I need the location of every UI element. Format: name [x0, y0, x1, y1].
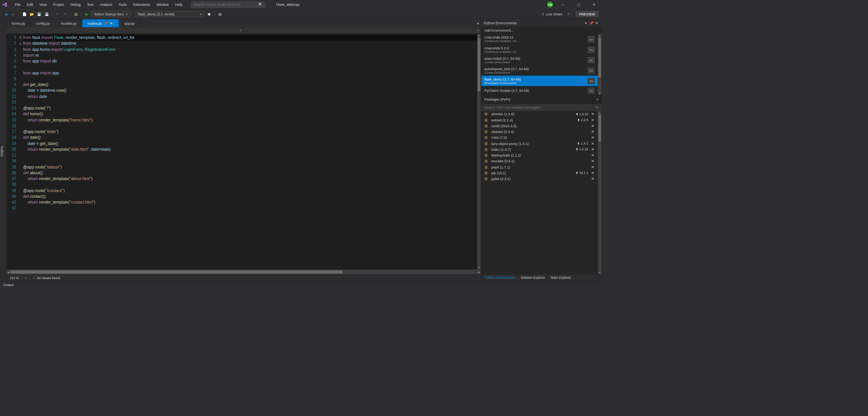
env-open-icon[interactable]: ▭: [588, 78, 595, 84]
upgrade-icon[interactable]: ⬆: [576, 112, 578, 116]
open-file-icon[interactable]: 📂: [28, 11, 35, 17]
code-body[interactable]: from flask import Flask, render_template…: [23, 34, 477, 269]
menu-debug[interactable]: Debug: [67, 2, 84, 8]
env-open-icon[interactable]: ▭: [588, 36, 595, 42]
scope-selector-2[interactable]: ▾: [244, 27, 481, 34]
env-item[interactable]: autoimports_test (3.7, 64-bit)Conda Envi…: [481, 65, 598, 76]
menu-help[interactable]: Help: [172, 2, 186, 8]
toolbox-tab[interactable]: Toolbox: [0, 146, 4, 157]
pin-tab-icon[interactable]: 📌: [104, 22, 108, 25]
properties-icon[interactable]: ▤: [73, 11, 79, 17]
package-item[interactable]: ⊞pip (18.1)⬆19.1.1✕: [481, 170, 598, 176]
remove-package-icon[interactable]: ✕: [591, 147, 595, 152]
package-item[interactable]: ⊞astroid (2.2.4)⬆2.2.5✕: [481, 117, 598, 123]
env-selector[interactable]: flask_demo (3.7, 64-bit)▾: [135, 11, 204, 17]
package-item[interactable]: ⊞lazy-object-proxy (1.3.1)⬆1.4.1✕: [481, 141, 598, 147]
editor-scrollbar-v[interactable]: ▲ ▼: [477, 34, 481, 269]
menu-window[interactable]: Window: [153, 2, 172, 8]
live-share-button[interactable]: ⇪Live Share: [541, 12, 563, 16]
remove-package-icon[interactable]: ✕: [591, 165, 595, 169]
minimize-button[interactable]: ─: [558, 1, 568, 8]
package-item[interactable]: ⊞chardet (3.0.4)✕: [481, 129, 598, 135]
pin-icon[interactable]: 📌: [589, 21, 593, 25]
package-item[interactable]: ⊞mccabe (0.6.1)✕: [481, 158, 598, 164]
upgrade-icon[interactable]: ⬆: [576, 171, 578, 175]
search-box[interactable]: 🔍: [191, 1, 266, 8]
env-icon[interactable]: ⬢: [206, 11, 212, 17]
close-button[interactable]: ✕: [589, 1, 600, 8]
upgrade-icon[interactable]: ⬆: [576, 148, 578, 152]
package-item[interactable]: ⊞Click (7.0)✕: [481, 135, 598, 140]
nav-fwd-button[interactable]: ▶: [10, 11, 17, 17]
startup-selector[interactable]: Select Startup Item▾: [91, 11, 131, 17]
search-input[interactable]: [194, 3, 256, 7]
scope-selector-1[interactable]: ▾: [7, 27, 244, 34]
panel-tab-python-environments[interactable]: Python Environments: [482, 275, 518, 281]
tab-models-py[interactable]: models.py: [55, 19, 82, 27]
env-item[interactable]: Anaconda 5.2.0Continuum Analytics, Inc.▭: [481, 44, 598, 55]
package-search-input[interactable]: [484, 106, 595, 109]
code-editor[interactable]: 1234567891011121314151617181920213435363…: [7, 34, 481, 269]
nav-back-button[interactable]: ◀: [3, 11, 9, 17]
env-scrollbar[interactable]: ▲▼: [598, 34, 602, 95]
fold-column[interactable]: ⊟⊟: [19, 34, 23, 269]
remove-package-icon[interactable]: ✕: [591, 112, 595, 116]
menu-view[interactable]: View: [36, 2, 50, 8]
feedback-icon[interactable]: ⚐: [566, 11, 572, 17]
package-source-selector[interactable]: Packages (PyPI)▾: [481, 95, 602, 104]
clear-search-icon[interactable]: ✕: [595, 106, 598, 109]
save-icon[interactable]: 💾: [36, 11, 43, 17]
upgrade-icon[interactable]: ⬆: [577, 141, 580, 145]
remove-package-icon[interactable]: ✕: [591, 130, 595, 134]
tab-routes-py[interactable]: routes.py📌✕: [82, 19, 119, 27]
issues-status[interactable]: ✔ No issues found: [33, 276, 60, 280]
panel-tab-solution-explorer[interactable]: Solution Explorer: [518, 275, 548, 281]
package-item[interactable]: ⊞alembic (1.0.8)⬆1.0.10✕: [481, 111, 598, 117]
remove-package-icon[interactable]: ✕: [591, 135, 595, 140]
package-item[interactable]: ⊞pep8 (1.7.1)✕: [481, 164, 598, 170]
output-panel-header[interactable]: Output: [0, 281, 602, 288]
save-all-icon[interactable]: 💾: [44, 11, 50, 17]
remove-package-icon[interactable]: ✕: [591, 118, 595, 122]
close-panel-icon[interactable]: ✕: [595, 21, 599, 25]
remove-package-icon[interactable]: ✕: [591, 141, 595, 146]
redo-icon[interactable]: ↷: [62, 11, 69, 17]
zoom-level[interactable]: 110 %: [10, 276, 19, 280]
maximize-button[interactable]: ▢: [573, 1, 584, 8]
env-item[interactable]: anaconda3 (3.7, 64-bit)Conda Environment…: [481, 55, 598, 65]
menu-project[interactable]: Project: [50, 2, 67, 8]
package-item[interactable]: ⊞pylint (2.3.1)✕: [481, 176, 598, 182]
env-item[interactable]: Anaconda 2018.12Continuum Analytics, Inc…: [481, 34, 598, 44]
close-tab-icon[interactable]: ✕: [110, 21, 113, 25]
remove-package-icon[interactable]: ✕: [591, 124, 595, 128]
tab-app-py[interactable]: app.py: [119, 19, 140, 27]
remove-package-icon[interactable]: ✕: [591, 153, 595, 157]
env-open-icon[interactable]: ▭: [588, 88, 595, 93]
menu-test[interactable]: Test: [84, 2, 97, 8]
remove-package-icon[interactable]: ✕: [591, 159, 595, 163]
package-search[interactable]: ✕: [481, 104, 602, 111]
env-open-icon[interactable]: ▭: [588, 47, 595, 52]
remove-package-icon[interactable]: ✕: [591, 171, 595, 175]
package-item[interactable]: ⊞certifi (2019.3.9)✕: [481, 123, 598, 129]
package-item[interactable]: ⊞MarkupSafe (1.1.1)✕: [481, 152, 598, 158]
menu-edit[interactable]: Edit: [24, 2, 36, 8]
package-item[interactable]: ⊞Mako (1.0.7)⬆1.0.10✕: [481, 147, 598, 152]
upgrade-icon[interactable]: ⬆: [577, 118, 580, 122]
add-environment-button[interactable]: Add Environment...: [481, 27, 602, 34]
tab-forms-py[interactable]: forms.py: [7, 19, 31, 27]
editor-scrollbar-h[interactable]: ◀ ▶: [7, 269, 481, 274]
pkg-scrollbar[interactable]: ▲▼: [598, 111, 602, 274]
undo-icon[interactable]: ↶: [54, 11, 61, 17]
tab-overflow-icon[interactable]: ▾: [476, 19, 481, 27]
env-open-icon[interactable]: ▭: [588, 57, 595, 63]
new-file-icon[interactable]: 📄: [21, 11, 28, 17]
menu-file[interactable]: File: [12, 2, 23, 8]
panel-tab-team-explorer[interactable]: Team Explorer: [548, 275, 573, 281]
env-open-icon[interactable]: ▭: [588, 67, 595, 73]
menu-analyze[interactable]: Analyze: [97, 2, 116, 8]
menu-extensions[interactable]: Extensions: [130, 2, 153, 8]
env-item[interactable]: flask_demo (3.7, 64-bit)Workspace Enviro…: [481, 76, 598, 86]
remove-package-icon[interactable]: ✕: [591, 177, 595, 181]
env-item[interactable]: PyCharm Scripts (3.7, 64-bit)▭: [481, 86, 598, 95]
